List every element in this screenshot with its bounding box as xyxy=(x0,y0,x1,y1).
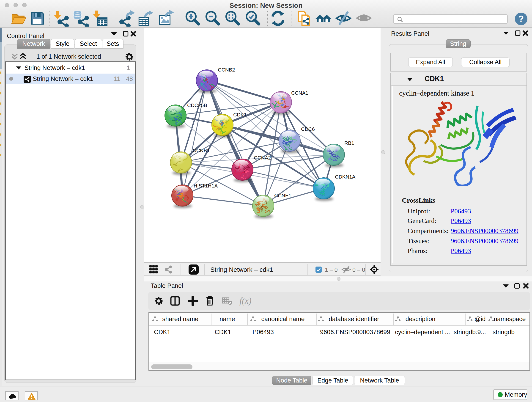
svg-text:CCNA2: CCNA2 xyxy=(254,155,271,161)
svg-text:CDKN1A: CDKN1A xyxy=(335,174,355,180)
svg-text:CCNB2: CCNB2 xyxy=(218,67,235,73)
svg-text:RB1: RB1 xyxy=(344,140,354,146)
svg-text:CDC25B: CDC25B xyxy=(187,102,207,108)
svg-text:CDK1: CDK1 xyxy=(233,112,247,118)
svg-text:CCNB1: CCNB1 xyxy=(193,148,210,153)
svg-text:CCNA1: CCNA1 xyxy=(291,90,308,96)
svg-text:CCNE1: CCNE1 xyxy=(274,193,291,198)
svg-text:CDC6: CDC6 xyxy=(301,126,315,132)
svg-text:HIST1H1A: HIST1H1A xyxy=(194,183,218,189)
